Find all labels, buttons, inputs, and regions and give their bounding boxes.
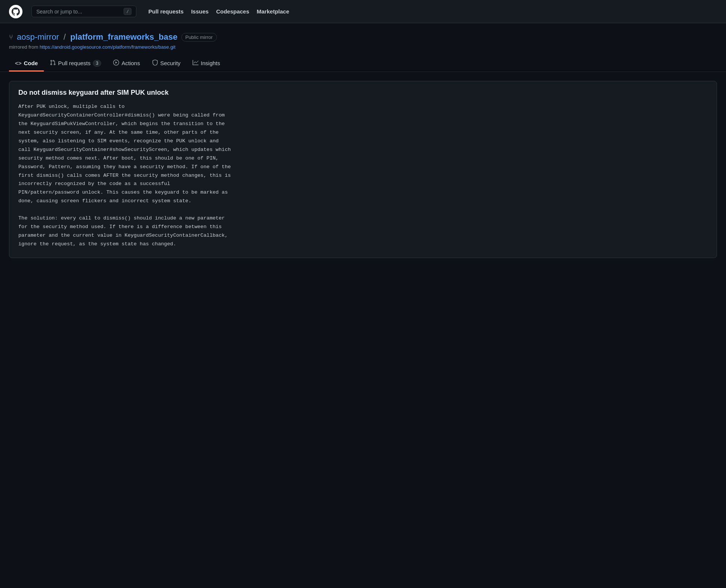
public-badge: Public mirror xyxy=(181,33,217,42)
actions-icon xyxy=(113,60,119,67)
tab-code[interactable]: <> Code xyxy=(9,56,44,72)
repo-tabs: <> Code Pull requests 3 Actions xyxy=(9,56,717,72)
tab-security[interactable]: Security xyxy=(146,56,187,72)
commit-title: Do not dismiss keyguard after SIM PUK un… xyxy=(18,89,708,97)
mirror-url[interactable]: https://android.googlesource.com/platfor… xyxy=(40,44,176,50)
tab-insights[interactable]: Insights xyxy=(187,56,226,72)
search-bar[interactable]: / xyxy=(31,6,136,17)
nav-issues[interactable]: Issues xyxy=(191,8,209,15)
top-navigation: / Pull requests Issues Codespaces Market… xyxy=(0,0,726,23)
search-input[interactable] xyxy=(36,9,121,15)
mirror-prefix: mirrored from xyxy=(9,44,40,50)
tab-code-label: Code xyxy=(24,60,38,66)
nav-marketplace[interactable]: Marketplace xyxy=(257,8,289,15)
nav-pull-requests[interactable]: Pull requests xyxy=(148,8,184,15)
tab-actions-label: Actions xyxy=(121,60,140,66)
tab-pull-requests[interactable]: Pull requests 3 xyxy=(44,56,107,72)
tab-security-label: Security xyxy=(160,60,181,66)
repo-owner[interactable]: aosp-mirror xyxy=(17,32,59,42)
search-shortcut: / xyxy=(124,8,131,15)
repo-name[interactable]: platform_frameworks_base xyxy=(70,32,178,42)
repo-title-row: ⑂ aosp-mirror / platform_frameworks_base… xyxy=(9,32,717,42)
commit-panel: Do not dismiss keyguard after SIM PUK un… xyxy=(9,81,717,258)
nav-codespaces[interactable]: Codespaces xyxy=(216,8,249,15)
nav-links: Pull requests Issues Codespaces Marketpl… xyxy=(148,8,289,15)
github-logo[interactable] xyxy=(9,5,22,18)
main-content: Do not dismiss keyguard after SIM PUK un… xyxy=(0,72,726,267)
pr-icon xyxy=(50,60,56,67)
pr-badge: 3 xyxy=(93,60,102,67)
insights-icon xyxy=(193,60,199,67)
fork-icon: ⑂ xyxy=(9,33,13,41)
repo-separator: / xyxy=(63,32,66,42)
security-icon xyxy=(152,60,158,67)
tab-pr-label: Pull requests xyxy=(58,60,91,66)
tab-insights-label: Insights xyxy=(201,60,220,66)
code-icon: <> xyxy=(15,60,22,66)
tab-actions[interactable]: Actions xyxy=(107,56,146,72)
mirror-from: mirrored from https://android.googlesour… xyxy=(9,44,717,50)
commit-body: After PUK unlock, multiple calls to Keyg… xyxy=(18,103,708,249)
repo-header: ⑂ aosp-mirror / platform_frameworks_base… xyxy=(0,23,726,72)
